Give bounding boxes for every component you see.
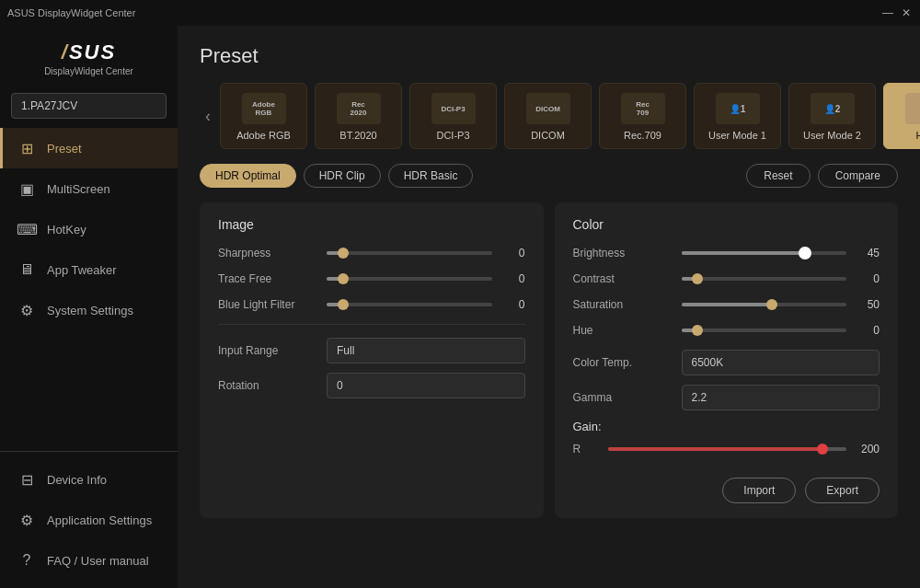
sidebar-item-deviceinfo[interactable]: ⊟ Device Info — [0, 459, 178, 500]
saturation-row: Saturation 50 — [573, 298, 880, 311]
rotation-select[interactable]: 0 90 180 270 — [327, 373, 525, 398]
sidebar-item-system[interactable]: ⚙ System Settings — [0, 290, 178, 330]
export-button[interactable]: Export — [805, 478, 880, 503]
contrast-value: 0 — [854, 272, 880, 285]
gain-r-row: R 200 — [573, 443, 880, 455]
deviceinfo-icon: ⊟ — [17, 470, 36, 489]
system-icon: ⚙ — [17, 301, 36, 319]
page-title: Preset — [200, 44, 898, 68]
saturation-slider[interactable] — [682, 303, 847, 306]
minimize-button[interactable]: — — [881, 6, 894, 19]
sidebar-item-label: App Tweaker — [47, 263, 117, 277]
asus-logo: /SUS — [62, 40, 116, 64]
card-label: User Mode 2 — [803, 130, 861, 141]
hdr-clip-button[interactable]: HDR Clip — [304, 164, 381, 188]
apptweaker-icon: 🖥 — [17, 260, 36, 279]
gain-r-slider[interactable] — [608, 447, 847, 451]
preset-card-hdr[interactable]: ▬ HDR — [883, 83, 920, 149]
preset-card-adobergb[interactable]: AdobeRGB Adobe RGB — [220, 83, 307, 149]
bluelight-slider[interactable] — [327, 303, 492, 306]
preset-cards-row: ‹ AdobeRGB Adobe RGB Rec2020 BT.2020 DCI… — [200, 83, 898, 149]
hue-row: Hue 0 — [573, 324, 880, 337]
sidebar-item-label: System Settings — [47, 304, 133, 317]
inputrange-label: Input Range — [218, 344, 319, 357]
app-body: /SUS DisplayWidget Center 1.PA27JCV ⊞ Pr… — [0, 26, 920, 588]
colortemp-select[interactable]: 6500K 5000K 7500K 9300K — [682, 350, 880, 375]
preset-card-bt2020[interactable]: Rec2020 BT.2020 — [315, 83, 402, 149]
device-dropdown[interactable]: 1.PA27JCV — [11, 93, 167, 119]
sidebar-item-label: Preset — [47, 142, 82, 156]
sidebar-item-label: MultiScreen — [47, 182, 110, 196]
import-button[interactable]: Import — [722, 478, 796, 503]
sidebar-item-label: FAQ / User manual — [47, 554, 149, 568]
preset-card-rec709[interactable]: Rec709 Rec.709 — [599, 83, 686, 149]
hdr-buttons-row: HDR Optimal HDR Clip HDR Basic Reset Com… — [200, 164, 898, 188]
preset-card-dicom[interactable]: DICOM DICOM — [504, 83, 592, 149]
bt2020-icon: Rec2020 — [337, 93, 381, 124]
brightness-row: Brightness 45 — [573, 247, 880, 259]
sidebar-item-apptweaker[interactable]: 🖥 App Tweaker — [0, 249, 178, 290]
hue-value: 0 — [854, 324, 880, 337]
image-panel: Image Sharpness 0 Trace Free — [200, 202, 544, 518]
sidebar-logo: /SUS DisplayWidget Center — [0, 26, 178, 84]
sidebar-item-label: HotKey — [47, 223, 86, 236]
adobergb-icon: AdobeRGB — [242, 93, 286, 124]
preset-card-user1[interactable]: 👤1 User Mode 1 — [694, 83, 781, 149]
multiscreen-icon: ▣ — [17, 179, 36, 198]
compare-button[interactable]: Compare — [818, 164, 898, 188]
hdr-basic-button[interactable]: HDR Basic — [388, 164, 474, 188]
hdr-icon: ▬ — [905, 93, 921, 124]
hue-slider[interactable] — [682, 329, 847, 332]
window-controls: — ✕ — [881, 6, 913, 19]
card-label: HDR — [916, 130, 920, 141]
contrast-label: Contrast — [573, 272, 674, 285]
card-label: Rec.709 — [624, 130, 661, 141]
tracefree-row: Trace Free 0 — [218, 272, 525, 285]
sidebar-nav: ⊞ Preset ▣ MultiScreen ⌨ HotKey 🖥 App Tw… — [0, 128, 178, 451]
user2-icon: 👤2 — [811, 93, 855, 124]
bluelight-value: 0 — [500, 298, 525, 311]
brightness-slider[interactable] — [682, 251, 847, 255]
inputrange-select[interactable]: Full Limited — [327, 338, 525, 363]
main-content: Preset ‹ AdobeRGB Adobe RGB Rec2020 BT.2… — [178, 26, 920, 588]
tracefree-slider[interactable] — [327, 277, 492, 281]
colortemp-row: Color Temp. 6500K 5000K 7500K 9300K — [573, 350, 880, 375]
sidebar-item-hotkey[interactable]: ⌨ HotKey — [0, 209, 178, 249]
cards-container: AdobeRGB Adobe RGB Rec2020 BT.2020 DCI-P… — [220, 83, 920, 149]
panel-footer: Import Export — [573, 468, 880, 503]
user1-icon: 👤1 — [716, 93, 760, 124]
sidebar-bottom: ⊟ Device Info ⚙ Application Settings ? F… — [0, 451, 178, 588]
tracefree-label: Trace Free — [218, 272, 319, 285]
close-button[interactable]: ✕ — [900, 6, 913, 19]
cards-prev-button[interactable]: ‹ — [200, 103, 216, 130]
rotation-label: Rotation — [218, 379, 319, 392]
card-label: Adobe RGB — [236, 130, 291, 141]
gain-title: Gain: — [573, 420, 880, 433]
image-panel-title: Image — [218, 217, 525, 232]
sidebar-item-multiscreen[interactable]: ▣ MultiScreen — [0, 168, 178, 209]
gain-r-label: R — [573, 443, 601, 455]
logo-subtitle: DisplayWidget Center — [44, 66, 133, 76]
sidebar-item-preset[interactable]: ⊞ Preset — [0, 128, 178, 168]
brightness-label: Brightness — [573, 247, 674, 259]
reset-button[interactable]: Reset — [746, 164, 810, 188]
sidebar-item-faq[interactable]: ? FAQ / User manual — [0, 540, 178, 581]
faq-icon: ? — [17, 551, 36, 570]
bluelight-row: Blue Light Filter 0 — [218, 298, 525, 311]
gain-r-value: 200 — [854, 443, 880, 455]
brightness-value: 45 — [854, 247, 880, 259]
card-label: BT.2020 — [339, 130, 376, 141]
preset-card-user2[interactable]: 👤2 User Mode 2 — [788, 83, 876, 149]
sharpness-label: Sharpness — [218, 247, 319, 259]
gamma-select[interactable]: 1.8 2.0 2.2 2.4 — [682, 385, 880, 410]
saturation-label: Saturation — [573, 298, 674, 311]
rotation-row: Rotation 0 90 180 270 — [218, 373, 525, 398]
app-title: ASUS DisplayWidget Center — [7, 7, 135, 18]
sharpness-row: Sharpness 0 — [218, 247, 525, 259]
contrast-slider[interactable] — [682, 277, 847, 281]
hdr-optimal-button[interactable]: HDR Optimal — [200, 164, 296, 188]
color-panel: Color Brightness 45 Contrast — [555, 202, 899, 518]
sharpness-slider[interactable] — [327, 251, 492, 255]
preset-card-dcip3[interactable]: DCI-P3 DCI-P3 — [409, 83, 497, 149]
sidebar-item-appsettings[interactable]: ⚙ Application Settings — [0, 500, 178, 540]
